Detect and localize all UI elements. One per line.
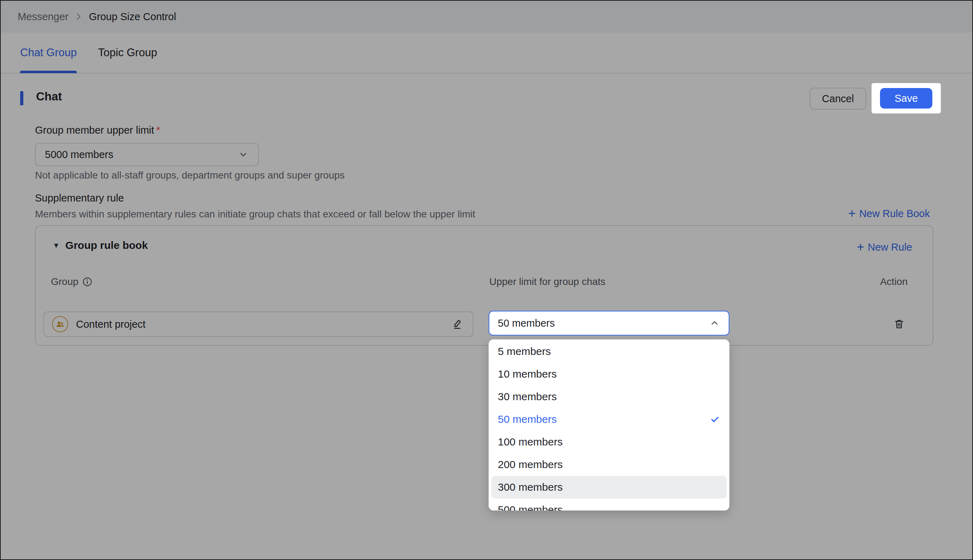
menu-option-50-members[interactable]: 50 members [491,408,726,431]
row-upper-limit-select[interactable]: 50 members [489,311,730,335]
row-upper-limit-value: 50 members [498,317,555,329]
upper-limit-dropdown-menu: 5 members 10 members 30 members 50 membe… [489,339,730,510]
menu-option-30-members[interactable]: 30 members [491,385,726,408]
menu-option-label: 50 members [498,413,557,425]
menu-option-500-members[interactable]: 500 members [491,498,726,510]
save-button[interactable]: Save [880,88,932,108]
chevron-up-icon [709,317,720,329]
menu-option-10-members[interactable]: 10 members [491,363,726,385]
menu-option-300-members[interactable]: 300 members [491,476,726,498]
check-icon [710,414,720,425]
group-size-control-page: Messenger Group Size Control Chat Group … [0,0,973,560]
menu-option-100-members[interactable]: 100 members [491,431,726,453]
menu-option-5-members[interactable]: 5 members [491,340,726,363]
dim-overlay [1,1,972,559]
menu-option-200-members[interactable]: 200 members [491,453,726,476]
save-button-spotlight: Save [871,83,941,113]
